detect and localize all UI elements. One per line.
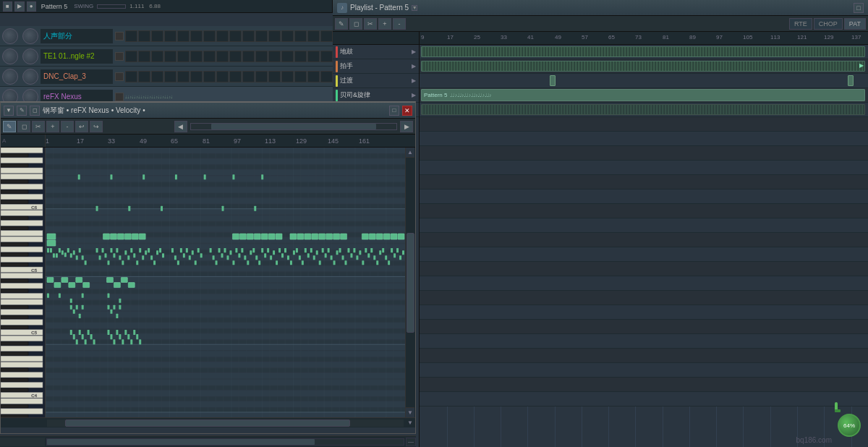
pl-row-14[interactable] xyxy=(420,233,868,247)
step[interactable] xyxy=(320,30,333,42)
pr-cut-tool[interactable]: ✂ xyxy=(32,121,45,132)
pl-maximize-btn[interactable]: □ xyxy=(854,3,864,13)
step[interactable] xyxy=(320,51,333,62)
pl-select-tool[interactable]: ◻ xyxy=(349,18,362,30)
step[interactable] xyxy=(203,30,216,42)
step[interactable] xyxy=(190,30,203,42)
pl-row-13[interactable] xyxy=(420,218,868,233)
pl-row-8[interactable] xyxy=(420,146,868,161)
pr-hscroll-right-btn[interactable]: ▼ xyxy=(405,420,415,427)
step[interactable] xyxy=(242,51,255,62)
step[interactable] xyxy=(229,51,242,62)
step[interactable] xyxy=(307,71,320,82)
step[interactable] xyxy=(138,51,150,62)
pl-row-7[interactable] xyxy=(420,132,868,146)
pl-row-1[interactable] xyxy=(420,45,868,59)
pr-scroll-right-btn[interactable]: ▶ xyxy=(400,121,413,132)
pr-hscroll-track[interactable] xyxy=(47,420,404,427)
pr-scroll-up-btn[interactable]: ▲ xyxy=(406,148,414,158)
step[interactable] xyxy=(164,71,176,82)
pl-row-22[interactable] xyxy=(420,349,868,363)
step[interactable] xyxy=(229,30,242,42)
pr-scroll-bar[interactable] xyxy=(190,123,397,130)
pr-redo-btn[interactable]: ↪ xyxy=(90,121,103,132)
pl-row-25[interactable] xyxy=(420,392,868,406)
pl-row-20[interactable] xyxy=(420,320,868,334)
pl-row-17[interactable] xyxy=(420,276,868,291)
step[interactable] xyxy=(138,71,150,82)
pl-cut-tool[interactable]: ✂ xyxy=(364,18,377,30)
track-pan-knob[interactable] xyxy=(22,28,38,44)
pl-row-3[interactable] xyxy=(420,74,868,88)
pl-row-4[interactable]: Pattern 5 ♩♩♪♩♩♪♩♩♪♩♩♪♩♩♪♩♩♪ xyxy=(420,88,868,103)
step[interactable] xyxy=(203,71,216,82)
pl-row-24[interactable] xyxy=(420,378,868,392)
step[interactable] xyxy=(268,30,281,42)
track-volume-knob[interactable] xyxy=(2,48,18,64)
volume-minus-btn[interactable] xyxy=(835,409,841,412)
pl-dropdown-btn[interactable]: ▼ xyxy=(412,5,417,11)
pr-tool2-btn[interactable]: ◻ xyxy=(30,106,40,116)
step[interactable] xyxy=(268,71,281,82)
step[interactable] xyxy=(307,51,320,62)
track-pan-knob[interactable] xyxy=(22,48,38,64)
pr-close-btn[interactable]: ✕ xyxy=(402,106,412,116)
step[interactable] xyxy=(281,51,294,62)
step[interactable] xyxy=(125,71,137,82)
step[interactable] xyxy=(125,30,137,42)
pr-footer-scroll[interactable] xyxy=(46,438,404,446)
step[interactable] xyxy=(177,30,190,42)
pr-pencil-tool[interactable]: ✎ xyxy=(3,121,16,132)
pl-row-23[interactable] xyxy=(420,363,868,378)
pl-tab-pat[interactable]: PAT xyxy=(844,18,866,30)
track-row[interactable]: 人声部分 xyxy=(0,26,333,46)
pl-row-21[interactable] xyxy=(420,334,868,349)
stop-button[interactable]: ■ xyxy=(3,1,12,12)
pl-tab-rte[interactable]: RTE xyxy=(789,18,812,30)
pl-zoom-in-btn[interactable]: + xyxy=(378,18,391,30)
pl-row-9[interactable] xyxy=(420,161,868,175)
pl-row-18[interactable] xyxy=(420,291,868,305)
step[interactable] xyxy=(242,30,255,42)
pl-row-2[interactable]: ▶ xyxy=(420,59,868,74)
play-button[interactable]: ▶ xyxy=(14,1,25,12)
pl-row-16[interactable] xyxy=(420,262,868,276)
step[interactable] xyxy=(138,30,150,42)
pl-content[interactable]: 9 17 25 33 41 49 57 65 73 81 89 97 105 1… xyxy=(420,32,868,447)
step[interactable] xyxy=(281,30,294,42)
track-mute-btn[interactable] xyxy=(115,52,124,61)
volume-knob[interactable]: 64% xyxy=(838,414,861,437)
step[interactable] xyxy=(216,30,229,42)
step[interactable] xyxy=(125,51,137,62)
step[interactable] xyxy=(216,71,229,82)
pr-maximize-btn[interactable]: □ xyxy=(389,106,399,116)
pl-grid[interactable]: ▶ Pattern 5 ♩♩♪♩♩♪♩♩♪♩♩♪♩♩♪♩♩♪ xyxy=(420,45,868,447)
pr-menu-btn[interactable]: ▼ xyxy=(4,106,14,116)
record-button[interactable]: ● xyxy=(27,1,36,12)
track-pan-knob[interactable] xyxy=(22,69,38,85)
pl-pattern-5[interactable]: Pattern 5 ♩♩♪♩♩♪♩♩♪♩♩♪♩♩♪♩♩♪ xyxy=(421,89,865,101)
step[interactable] xyxy=(151,71,163,82)
step[interactable] xyxy=(177,51,190,62)
step[interactable] xyxy=(255,71,268,82)
pl-row-5[interactable] xyxy=(420,103,868,117)
swing-bar[interactable] xyxy=(97,4,126,9)
step[interactable] xyxy=(164,51,176,62)
track-volume-knob[interactable] xyxy=(2,69,18,85)
pr-zoom-out-btn[interactable]: - xyxy=(61,121,74,132)
pr-footer-scroll-right[interactable]: — xyxy=(406,438,416,446)
piano-roll-vscrollbar[interactable]: ▲ ▼ xyxy=(405,148,415,417)
pl-track-item[interactable]: 贝司&旋律 ▶ xyxy=(333,88,419,103)
pl-row-10[interactable] xyxy=(420,175,868,190)
pl-tab-chop[interactable]: CHOP xyxy=(814,18,843,30)
step[interactable] xyxy=(294,30,307,42)
step[interactable] xyxy=(216,51,229,62)
pr-tool1-btn[interactable]: ✎ xyxy=(17,106,27,116)
pl-row-19[interactable] xyxy=(420,305,868,320)
pl-pencil-tool[interactable]: ✎ xyxy=(335,18,348,30)
track-mute-btn[interactable] xyxy=(115,93,124,101)
pr-scroll-down-btn[interactable]: ▼ xyxy=(406,407,414,417)
step[interactable] xyxy=(242,71,255,82)
track-mute-btn[interactable] xyxy=(115,72,124,81)
pl-zoom-out-btn[interactable]: - xyxy=(393,18,406,30)
